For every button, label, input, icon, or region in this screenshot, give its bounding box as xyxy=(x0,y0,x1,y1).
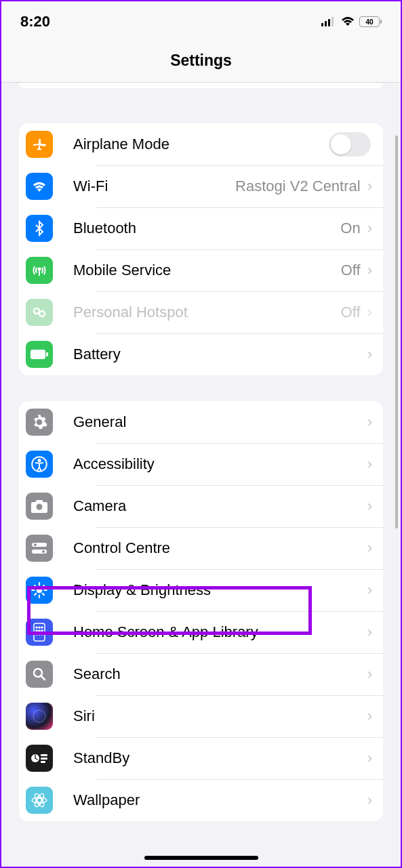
partial-section-above xyxy=(19,83,383,88)
control-centre-row[interactable]: Control Centre › xyxy=(19,527,383,569)
chevron-right-icon: › xyxy=(367,455,372,473)
accessibility-row[interactable]: Accessibility › xyxy=(19,443,383,485)
brightness-icon xyxy=(26,577,53,604)
svg-point-18 xyxy=(36,627,37,628)
airplane-mode-row[interactable]: Airplane Mode xyxy=(19,123,383,165)
standby-icon xyxy=(26,745,53,772)
wifi-value: Rastogi V2 Central xyxy=(235,178,361,195)
scrollbar[interactable] xyxy=(395,136,398,529)
svg-point-20 xyxy=(41,627,43,628)
battery-icon: 40 xyxy=(359,16,382,27)
home-indicator[interactable] xyxy=(144,856,258,860)
chevron-right-icon: › xyxy=(367,707,372,725)
home-label: Home Screen & App Library xyxy=(73,623,367,641)
wifi-row[interactable]: Wi-Fi Rastogi V2 Central › xyxy=(19,165,383,207)
control-centre-icon xyxy=(26,535,53,562)
general-row[interactable]: General › xyxy=(19,401,383,443)
airplane-toggle[interactable] xyxy=(329,132,371,157)
hotspot-icon xyxy=(26,299,53,326)
home-screen-icon xyxy=(26,619,53,646)
svg-point-23 xyxy=(41,630,43,632)
svg-rect-1 xyxy=(325,21,327,26)
status-time: 8:20 xyxy=(20,13,50,30)
siri-icon xyxy=(26,703,53,730)
general-label: General xyxy=(73,413,367,431)
search-icon xyxy=(26,661,53,688)
control-label: Control Centre xyxy=(73,539,367,557)
svg-rect-0 xyxy=(321,23,323,26)
wallpaper-icon xyxy=(26,787,53,814)
status-bar: 8:20 40 xyxy=(1,1,401,42)
bluetooth-row[interactable]: Bluetooth On › xyxy=(19,207,383,249)
siri-row[interactable]: Siri › xyxy=(19,695,383,737)
wallpaper-label: Wallpaper xyxy=(73,791,367,809)
mobile-value: Off xyxy=(341,262,361,279)
svg-point-5 xyxy=(34,308,39,314)
display-brightness-row[interactable]: Display & Brightness › xyxy=(19,569,383,611)
mobile-service-row[interactable]: Mobile Service Off › xyxy=(19,249,383,291)
hotspot-label: Personal Hotspot xyxy=(73,304,341,321)
chevron-right-icon: › xyxy=(367,178,372,195)
svg-rect-2 xyxy=(328,19,330,26)
battery-row[interactable]: Battery › xyxy=(19,333,383,375)
chevron-right-icon: › xyxy=(367,413,372,431)
chevron-right-icon: › xyxy=(367,749,372,767)
home-screen-row[interactable]: Home Screen & App Library › xyxy=(19,611,383,653)
chevron-right-icon: › xyxy=(367,220,372,237)
bluetooth-label: Bluetooth xyxy=(73,220,340,237)
battery-settings-icon xyxy=(26,341,53,368)
chevron-right-icon: › xyxy=(367,262,372,279)
standby-label: StandBy xyxy=(73,749,367,767)
bluetooth-value: On xyxy=(340,220,360,237)
chevron-right-icon: › xyxy=(367,346,372,363)
chevron-right-icon: › xyxy=(367,791,372,809)
connectivity-section: Airplane Mode Wi-Fi Rastogi V2 Central ›… xyxy=(19,123,383,375)
bluetooth-icon xyxy=(26,215,53,242)
chevron-right-icon: › xyxy=(367,623,372,641)
camera-label: Camera xyxy=(73,497,367,515)
svg-rect-8 xyxy=(46,352,48,356)
chevron-right-icon: › xyxy=(367,665,372,683)
wifi-settings-icon xyxy=(26,173,53,200)
accessibility-icon xyxy=(26,451,53,478)
chevron-right-icon: › xyxy=(367,581,372,599)
hotspot-value: Off xyxy=(341,304,361,321)
search-label: Search xyxy=(73,665,367,683)
standby-row[interactable]: StandBy › xyxy=(19,737,383,779)
svg-point-16 xyxy=(37,587,43,594)
svg-point-11 xyxy=(37,504,43,510)
hotspot-row: Personal Hotspot Off › xyxy=(19,291,383,333)
chevron-right-icon: › xyxy=(367,539,372,557)
airplane-icon xyxy=(26,131,53,158)
svg-rect-32 xyxy=(41,761,45,763)
svg-point-19 xyxy=(39,627,40,628)
svg-point-6 xyxy=(39,311,45,316)
svg-point-24 xyxy=(36,634,37,635)
chevron-right-icon: › xyxy=(367,304,372,321)
svg-rect-7 xyxy=(31,350,45,359)
page-title: Settings xyxy=(1,42,401,83)
svg-point-10 xyxy=(38,459,40,461)
svg-point-13 xyxy=(34,543,37,546)
svg-point-28 xyxy=(33,710,45,722)
camera-icon xyxy=(26,493,53,520)
gear-icon xyxy=(26,409,53,436)
mobile-label: Mobile Service xyxy=(73,262,341,279)
accessibility-label: Accessibility xyxy=(73,455,367,473)
svg-point-15 xyxy=(42,550,45,553)
svg-point-21 xyxy=(36,630,37,632)
antenna-icon xyxy=(26,257,53,284)
status-indicators: 40 xyxy=(321,13,382,30)
svg-point-25 xyxy=(39,634,40,635)
camera-row[interactable]: Camera › xyxy=(19,485,383,527)
search-row[interactable]: Search › xyxy=(19,653,383,695)
wallpaper-row[interactable]: Wallpaper › xyxy=(19,779,383,821)
svg-point-4 xyxy=(39,268,41,270)
siri-label: Siri xyxy=(73,707,367,725)
svg-rect-31 xyxy=(41,758,47,760)
general-section: General › Accessibility › Camera › Contr… xyxy=(19,401,383,821)
signal-icon xyxy=(321,13,336,30)
display-label: Display & Brightness xyxy=(73,581,367,599)
svg-point-26 xyxy=(41,634,43,635)
svg-rect-3 xyxy=(331,17,334,26)
